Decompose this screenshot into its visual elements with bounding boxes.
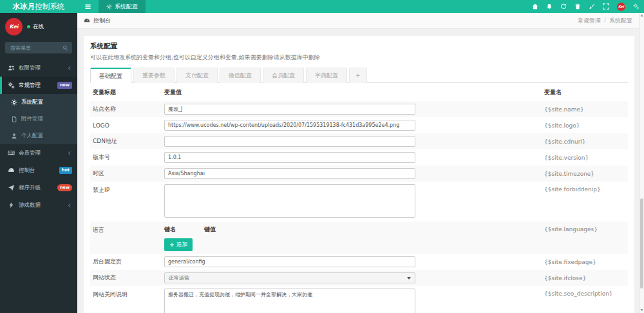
table-row: 语言键名键值追加{$site.languages} <box>90 222 628 254</box>
config-label: 网站状态 <box>90 274 164 282</box>
sidebar-item[interactable]: 权限管理 <box>0 59 77 77</box>
idcard-icon <box>8 149 15 156</box>
table-row: 网站关闭说明服务器搬迁，充值提现勿催，维护期间一并全部解决，大家勿催{$site… <box>90 286 628 313</box>
sidebar-item[interactable]: 控制台hot <box>0 162 77 179</box>
sidebar-item-label: 会员管理 <box>19 149 63 157</box>
caret-down-icon <box>407 277 411 280</box>
header-refresh-button[interactable] <box>559 0 568 13</box>
key-value-header: 键值 <box>204 225 244 234</box>
header-home-button[interactable] <box>531 0 540 13</box>
sidebar-subitem[interactable]: 附件管理 <box>0 111 77 128</box>
tab[interactable]: 基础配置 <box>90 68 131 83</box>
sidebar-item[interactable]: 程序升级new <box>0 179 77 196</box>
header-avatar-button[interactable]: Kei <box>616 0 627 13</box>
page-title: 系统配置 <box>90 42 628 51</box>
config-varname: {$site.fixedpage} <box>544 259 628 265</box>
header-actions: Kei <box>531 0 644 13</box>
sidebar-subitem-label: 个人配置 <box>21 132 43 140</box>
dashboard-icon <box>8 167 15 174</box>
breadcrumb-link-parent[interactable]: 常规管理 <box>578 17 601 25</box>
file-icon <box>11 116 17 122</box>
open-tab-system-config[interactable]: 系统配置 <box>99 0 146 13</box>
config-select[interactable]: 正常运营 <box>164 272 415 283</box>
menu-icon <box>84 3 91 10</box>
table-row: 站点名称{$site.name} <box>90 101 628 117</box>
app-title-rest: 控制系统 <box>35 2 64 11</box>
cogs-icon <box>8 82 15 89</box>
sidebar-item-label: 游戏数据 <box>19 202 63 209</box>
sidebar: Kei 在线 权限管理常规管理new系统配置附件管理个人配置会员管理控制台hot… <box>0 13 77 313</box>
page-scrollbar[interactable]: ▲ ▼ <box>639 13 644 313</box>
chevron-left-icon <box>67 151 72 156</box>
search-input[interactable] <box>9 44 62 52</box>
sidebar-toggle-button[interactable] <box>77 0 99 13</box>
key-name-header: 键名 <box>164 225 204 234</box>
refresh-icon <box>560 3 567 10</box>
tab[interactable]: 字典配置 <box>306 68 347 83</box>
table-header-row: 变量标题 变量值 变量名 <box>90 83 628 101</box>
tab[interactable]: 会员配置 <box>263 68 304 83</box>
config-label: 时区 <box>90 169 164 178</box>
header-bell-button[interactable] <box>545 0 554 13</box>
sidebar-item[interactable]: 游戏数据 <box>0 196 77 214</box>
tab[interactable]: 重要参数 <box>133 68 175 83</box>
table-header-varname: 变量名 <box>544 88 628 97</box>
config-input[interactable] <box>164 104 415 115</box>
sidebar-item[interactable]: 会员管理 <box>0 144 77 162</box>
scrollbar-thumb[interactable] <box>640 198 643 289</box>
config-label: 网站关闭说明 <box>90 289 164 299</box>
config-varname: {$site.timezone} <box>544 171 628 177</box>
add-tab-button[interactable]: + <box>349 68 367 83</box>
page-description: 可以在此增改系统的变量和分组,也可以自定义分组和变量,如果需要删除请从数据库中删… <box>90 53 628 62</box>
config-label: 后台固定页 <box>90 258 164 266</box>
breadcrumb-current: 控制台 <box>93 17 111 25</box>
brush-icon <box>589 3 595 10</box>
config-varname: {$site.name} <box>544 106 628 113</box>
bell-icon <box>546 3 553 10</box>
sidebar-subitem-label: 附件管理 <box>21 115 43 123</box>
append-button[interactable]: 追加 <box>164 238 193 251</box>
scroll-up-icon[interactable]: ▲ <box>639 13 644 18</box>
app-title: 水冰月控制系统 <box>0 2 77 12</box>
plane-icon <box>8 184 15 191</box>
header-brush-button[interactable] <box>587 0 596 13</box>
config-label: LOGO <box>90 122 164 129</box>
config-varname: {$site.version} <box>544 155 628 161</box>
config-textarea[interactable]: 服务器搬迁，充值提现勿催，维护期间一并全部解决，大家勿催 <box>164 289 415 313</box>
header-settings-button[interactable] <box>632 0 641 13</box>
sidebar-item-label: 控制台 <box>19 167 55 175</box>
status-badge: new <box>57 82 72 89</box>
breadcrumb-link-current[interactable]: 系统配置 <box>609 17 632 25</box>
search-icon[interactable] <box>62 45 68 51</box>
config-input[interactable] <box>164 152 415 163</box>
header-trash-button[interactable] <box>573 0 582 13</box>
sidebar-subitem[interactable]: 系统配置 <box>0 94 77 111</box>
tab[interactable]: 微信配置 <box>220 68 261 83</box>
config-label: 版本号 <box>90 153 164 162</box>
config-input[interactable] <box>164 256 415 267</box>
online-status-label: 在线 <box>33 23 44 31</box>
status-badge: hot <box>59 167 72 174</box>
open-tab-label: 系统配置 <box>115 3 138 11</box>
cogs-icon <box>633 3 639 10</box>
config-textarea[interactable] <box>164 184 415 218</box>
config-varname: {$site.forbiddenip} <box>544 184 628 193</box>
config-label: 站点名称 <box>90 105 164 113</box>
gear-icon <box>106 4 112 10</box>
sidebar-subitem[interactable]: 个人配置 <box>0 128 77 144</box>
avatar: Kei <box>5 18 23 35</box>
tab[interactable]: 支付配置 <box>176 68 218 83</box>
config-label: CDN地址 <box>90 137 164 146</box>
table-row: 后台固定页{$site.fixedpage} <box>90 254 628 270</box>
config-input[interactable] <box>164 136 415 147</box>
sidebar-item[interactable]: 常规管理new <box>0 77 77 94</box>
config-input[interactable] <box>164 168 415 179</box>
home-icon <box>532 3 538 10</box>
breadcrumb: 控制台 常规管理 / 系统配置 <box>77 13 639 29</box>
table-row: 版本号{$site.version} <box>90 149 628 166</box>
header-compress-button[interactable] <box>601 0 611 13</box>
scroll-down-icon[interactable]: ▼ <box>639 308 644 313</box>
config-varname: {$site.ifclose} <box>544 275 628 281</box>
table-header-label: 变量标题 <box>90 88 164 97</box>
config-input[interactable] <box>164 120 415 131</box>
